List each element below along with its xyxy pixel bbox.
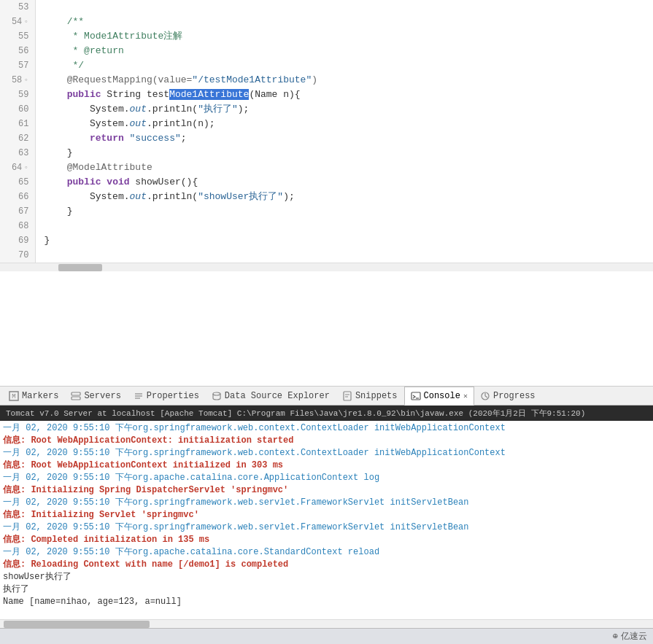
tab-datasource-label: Data Source Explorer <box>225 391 330 401</box>
code-line-row: 70 <box>0 248 653 263</box>
line-number: 56 <box>0 44 35 58</box>
tab-servers[interactable]: Servers <box>65 387 127 406</box>
line-number: 61 <box>0 117 35 131</box>
code-content: System.out.println(n); <box>35 117 653 131</box>
console-line: 一月 02, 2020 9:55:10 下午org.apache.catalin… <box>3 546 650 559</box>
console-line: 一月 02, 2020 9:55:10 下午org.springframewor… <box>3 521 650 534</box>
brand-icon: ⊕ <box>613 631 618 642</box>
console-line: showUser执行了 <box>3 571 650 583</box>
tab-datasource[interactable]: Data Source Explorer <box>206 387 336 406</box>
line-number: 68 <box>0 219 35 233</box>
code-content: } <box>35 204 653 219</box>
code-editor: 5354 /**55 * Mode1Attribute注解56 * @retur… <box>0 0 653 387</box>
console-close-icon[interactable]: ✕ <box>463 392 468 400</box>
tab-properties[interactable]: Properties <box>128 387 206 406</box>
brand-text: 亿速云 <box>621 630 647 643</box>
console-header-text: Tomcat v7.0 Server at localhost [Apache … <box>6 409 585 418</box>
code-content: */ <box>35 58 653 73</box>
svg-rect-3 <box>72 397 80 400</box>
line-number: 64 <box>0 160 35 175</box>
code-content: System.out.println("showUser执行了"); <box>35 190 653 204</box>
console-line: 信息: Reloading Context with name [/demo1]… <box>3 559 650 571</box>
progress-icon <box>480 391 490 401</box>
markers-icon: M <box>9 391 19 401</box>
line-number: 62 <box>0 131 35 146</box>
tab-progress-label: Progress <box>493 391 536 401</box>
properties-icon <box>134 391 144 401</box>
tab-properties-label: Properties <box>147 391 199 401</box>
console-line: Name [name=nihao, age=123, a=null] <box>3 596 650 608</box>
code-line-row: 62 return "success"; <box>0 131 653 146</box>
console-scrollbar-thumb[interactable] <box>4 621 150 628</box>
code-content <box>35 219 653 233</box>
tab-console[interactable]: Console ✕ <box>404 387 474 406</box>
code-content: public void showUser(){ <box>35 175 653 190</box>
code-content: * Mode1Attribute注解 <box>35 29 653 44</box>
code-content: return "success"; <box>35 131 653 146</box>
code-table: 5354 /**55 * Mode1Attribute注解56 * @retur… <box>0 0 653 263</box>
console-line: 一月 02, 2020 9:55:10 下午org.springframewor… <box>3 497 650 509</box>
code-line-row: 54 /** <box>0 15 653 29</box>
bottom-tab-bar: M Markers Servers Properties Data Source… <box>0 387 653 406</box>
code-line-row: 55 * Mode1Attribute注解 <box>0 29 653 44</box>
tab-progress[interactable]: Progress <box>474 387 542 406</box>
console-line: 信息: Root WebApplicationContext: initiali… <box>3 435 650 447</box>
console-line: 执行了 <box>3 583 650 596</box>
line-number: 58 <box>0 73 35 88</box>
code-content: } <box>35 146 653 160</box>
line-number: 69 <box>0 233 35 248</box>
datasource-icon <box>212 391 222 401</box>
code-line-row: 58 @RequestMapping(value="/testMode1Attr… <box>0 73 653 88</box>
code-content <box>35 248 653 263</box>
code-line-row: 53 <box>0 0 653 15</box>
code-line-row: 61 System.out.println(n); <box>0 117 653 131</box>
console-line: 信息: Initializing Spring DispatcherServle… <box>3 484 650 497</box>
code-horizontal-scrollbar[interactable] <box>0 263 653 271</box>
line-number: 67 <box>0 204 35 219</box>
svg-text:M: M <box>12 393 15 400</box>
brand-label: ⊕ 亿速云 <box>613 630 647 643</box>
code-content: /** <box>35 15 653 29</box>
line-number: 66 <box>0 190 35 204</box>
tab-servers-label: Servers <box>84 391 120 401</box>
code-scrollbar-thumb[interactable] <box>58 264 102 271</box>
console-horizontal-scrollbar[interactable] <box>0 619 653 628</box>
line-number: 59 <box>0 88 35 102</box>
code-content <box>35 0 653 15</box>
code-line-row: 56 * @return <box>0 44 653 58</box>
console-line: 信息: Completed initialization in 135 ms <box>3 534 650 546</box>
console-icon <box>411 391 421 401</box>
line-number: 53 <box>0 0 35 15</box>
line-number: 60 <box>0 102 35 117</box>
svg-point-7 <box>213 392 220 395</box>
tab-console-label: Console <box>424 391 460 401</box>
line-number: 70 <box>0 248 35 263</box>
code-content: @RequestMapping(value="/testMode1Attribu… <box>35 73 653 88</box>
console-line: 一月 02, 2020 9:55:10 下午org.springframewor… <box>3 447 650 459</box>
code-line-row: 63 } <box>0 146 653 160</box>
tab-markers[interactable]: M Markers <box>3 387 65 406</box>
code-content: System.out.println("执行了"); <box>35 102 653 117</box>
snippets-icon <box>342 391 352 401</box>
svg-rect-8 <box>344 392 351 400</box>
servers-icon <box>71 391 81 401</box>
code-line-row: 60 System.out.println("执行了"); <box>0 102 653 117</box>
bottom-panel: M Markers Servers Properties Data Source… <box>0 387 653 644</box>
svg-rect-2 <box>72 392 80 395</box>
line-number: 55 <box>0 29 35 44</box>
line-number: 65 <box>0 175 35 190</box>
code-content: } <box>35 233 653 248</box>
code-line-row: 57 */ <box>0 58 653 73</box>
console-line: 一月 02, 2020 9:55:10 下午org.springframewor… <box>3 422 650 435</box>
console-line: 信息: Root WebApplicationContext initializ… <box>3 459 650 472</box>
tab-markers-label: Markers <box>22 391 58 401</box>
console-header: Tomcat v7.0 Server at localhost [Apache … <box>0 406 653 421</box>
tab-snippets-label: Snippets <box>355 391 398 401</box>
code-line-row: 64 @ModelAttribute <box>0 160 653 175</box>
console-output: 一月 02, 2020 9:55:10 下午org.springframewor… <box>0 421 653 619</box>
tab-snippets[interactable]: Snippets <box>336 387 404 406</box>
console-line: 一月 02, 2020 9:55:10 下午org.apache.catalin… <box>3 472 650 484</box>
code-content: @ModelAttribute <box>35 160 653 175</box>
console-line: 信息: Initializing Servlet 'springmvc' <box>3 509 650 521</box>
line-number: 54 <box>0 15 35 29</box>
